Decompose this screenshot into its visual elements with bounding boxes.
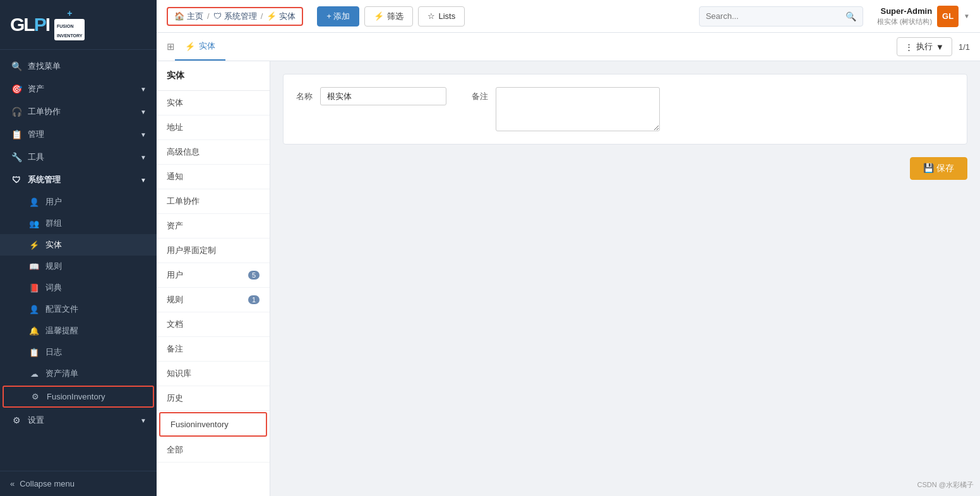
sidebar-item-rules[interactable]: 📖 规则 [0,256,157,277]
form-nav-label: 知识库 [167,368,191,379]
form-nav-label: 实体 [167,97,183,109]
form-nav-helpdesk[interactable]: 工单协作 [157,189,270,214]
sidebar-item-profiles[interactable]: 👤 配置文件 [0,298,157,320]
logo-glpi: GLPI [10,14,49,35]
sidebar-item-reminders[interactable]: 🔔 温馨提醒 [0,320,157,341]
breadcrumb-entity[interactable]: ⚡ 实体 [266,11,296,22]
sidebar-item-users[interactable]: 👤 用户 [0,191,157,213]
avatar-initials: GL [942,11,953,21]
sidebar-item-groups[interactable]: 👥 群组 [0,213,157,234]
form-nav-label: 规则 [167,294,183,305]
sidebar-item-dictionary[interactable]: 📕 词典 [0,277,157,298]
form-nav-all[interactable]: 全部 [157,438,270,463]
search-input[interactable] [700,7,839,25]
form-nav-knowledge[interactable]: 知识库 [157,362,270,386]
form-nav-fusioninventory[interactable]: Fusioninventory [159,412,267,437]
form-fields-section: 名称 备注 [283,74,967,145]
form-nav-entity[interactable]: 实体 [157,91,270,115]
sidebar-item-label: 温馨提醒 [45,325,78,336]
lists-button[interactable]: ☆ Lists [418,6,465,27]
user-dropdown-arrow: ▼ [964,13,970,20]
form-nav-advanced[interactable]: 高级信息 [157,140,270,165]
name-input[interactable] [320,87,446,105]
collapse-menu-button[interactable]: « Collapse menu [0,471,157,496]
save-button[interactable]: 💾 保存 [910,157,967,180]
filter-button[interactable]: ⚡ 筛选 [364,6,413,27]
sidebar-item-label: 用户 [45,196,62,208]
rules-badge: 1 [248,295,260,304]
sidebar-item-assets[interactable]: 🎯 资产 ▼ [0,78,157,100]
form-nav-label: 全部 [167,444,183,456]
tools-icon: 🔧 [10,152,23,162]
sidebar-item-label: 规则 [45,261,62,272]
content-area: ⊞ ⚡ 实体 ⋮ 执行 ▼ 1/1 实体 实体 [157,33,980,496]
form-nav-docs[interactable]: 文档 [157,312,270,337]
sidebar-item-logs[interactable]: 📋 日志 [0,341,157,363]
add-button[interactable]: + 添加 [317,6,359,27]
tab-bar: ⊞ ⚡ 实体 ⋮ 执行 ▼ 1/1 [157,33,980,61]
home-icon: 🏠 [174,11,184,21]
form-content: 实体 实体 地址 高级信息 通知 工单协作 资产 [157,61,980,496]
form-nav-notifications[interactable]: 通知 [157,165,270,189]
form-nav-history[interactable]: 历史 [157,386,270,411]
form-nav-label: 备注 [167,343,183,355]
sidebar-item-search[interactable]: 🔍 查找菜单 [0,55,157,78]
sidebar-item-management[interactable]: 📋 管理 ▼ [0,123,157,146]
breadcrumb-home-label: 主页 [187,11,203,22]
sidebar-item-label: FusionInventory [47,392,105,401]
chevron-down-icon: ▼ [140,177,146,184]
sidebar-item-label: 工具 [28,151,44,163]
lists-label: Lists [438,11,455,21]
chevron-down-icon: ▼ [140,417,146,424]
search-box[interactable]: 🔍 [699,6,863,27]
form-nav-ui[interactable]: 用户界面定制 [157,239,270,263]
add-label: + 添加 [326,11,350,22]
sidebar-item-entities[interactable]: ⚡ 实体 [0,234,157,256]
chevron-down-icon: ▼ [140,109,146,115]
search-icon: 🔍 [10,61,23,71]
sidebar-item-label: 系统管理 [28,174,61,186]
sidebar-item-sysadmin[interactable]: 🛡 系统管理 ▼ [0,168,157,191]
sidebar-item-asset-inventory[interactable]: ☁ 资产清单 [0,363,157,384]
sidebar-item-tools[interactable]: 🔧 工具 ▼ [0,146,157,168]
management-icon: 📋 [10,129,23,139]
form-nav-rules[interactable]: 规则 1 [157,288,270,312]
user-avatar[interactable]: GL [937,6,959,27]
form-nav-address[interactable]: 地址 [157,115,270,140]
form-nav-assets[interactable]: 资产 [157,214,270,239]
shield-icon: 🛡 [213,11,222,21]
tab-entities-label: 实体 [199,40,215,52]
bell-icon: 🔔 [28,326,40,336]
sidebar-item-fusioninventory[interactable]: ⚙ FusionInventory [3,386,154,408]
sidebar-item-settings[interactable]: ⚙ 设置 ▼ [0,409,157,432]
form-nav-users[interactable]: 用户 5 [157,263,270,288]
form-nav-label: 地址 [167,122,183,133]
logo-fusion: + FUSIONINVENTORY [54,9,85,40]
notes-textarea[interactable] [496,87,660,131]
settings-icon: ⚙ [10,415,23,425]
fusion-inventory-text: FUSIONINVENTORY [57,24,82,38]
breadcrumb-sep-1: / [207,11,210,21]
tab-entities[interactable]: ⚡ 实体 [175,33,225,61]
pagination: 1/1 [959,42,970,52]
sidebar: GLPI + FUSIONINVENTORY 🔍 查找菜单 🎯 资产 ▼ 🎧 工… [0,0,157,496]
collapse-label: Collapse menu [20,479,75,488]
execute-label: 执行 [916,41,933,52]
breadcrumb-sep-2: / [261,11,263,21]
chevron-down-icon: ▼ [140,86,146,93]
tickets-icon: 🎧 [10,107,23,117]
user-area[interactable]: Super-Admin 根实体 (树状结构) GL ▼ [877,6,970,27]
save-row: 💾 保存 [283,157,967,180]
breadcrumb-sysadmin[interactable]: 🛡 系统管理 [213,11,257,22]
user-entity: 根实体 (树状结构) [877,17,932,26]
sidebar-item-tickets[interactable]: 🎧 工单协作 ▼ [0,100,157,123]
form-nav-notes[interactable]: 备注 [157,337,270,362]
grid-view-icon[interactable]: ⊞ [167,41,175,52]
form-nav-label: Fusioninventory [170,420,229,429]
breadcrumb-home[interactable]: 🏠 主页 [174,11,203,22]
execute-button[interactable]: ⋮ 执行 ▼ [897,37,952,56]
breadcrumb-sysadmin-label: 系统管理 [224,11,257,22]
form-nav-label: 通知 [167,171,183,182]
search-button[interactable]: 🔍 [839,7,863,26]
sidebar-item-label: 查找菜单 [28,61,61,72]
